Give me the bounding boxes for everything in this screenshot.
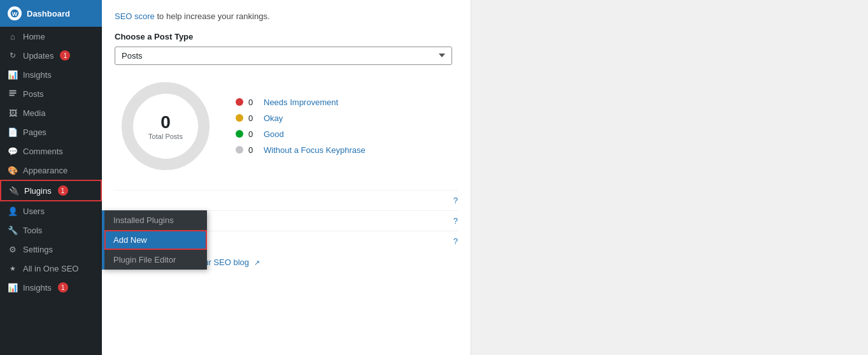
plugins-badge: 1	[58, 185, 68, 196]
post-type-label: Choose a Post Type	[115, 32, 458, 41]
chart-legend: 0 Needs Improvement 0 Okay 0 Good	[236, 98, 366, 155]
sidebar-item-updates[interactable]: ↻ Updates 1	[0, 46, 102, 65]
sidebar-item-label: Comments	[23, 147, 63, 156]
sidebar-item-label: Insights	[23, 70, 52, 80]
sidebar-item-users[interactable]: 👤 Users	[0, 201, 102, 221]
sidebar-item-label: Posts	[23, 89, 44, 99]
total-count: 0	[148, 112, 183, 133]
right-blank-area	[471, 0, 868, 355]
legend-no-keyphrase: 0 Without a Focus Keyphrase	[236, 145, 366, 155]
updates-badge: 1	[60, 50, 70, 61]
plugins-icon: 🔌	[9, 185, 19, 196]
row-2-icon[interactable]: ?	[453, 216, 458, 226]
submenu-installed-plugins[interactable]: Installed Plugins	[104, 210, 207, 230]
wordpress-icon: W	[8, 6, 22, 20]
sidebar-item-label: All in One SEO	[23, 264, 78, 273]
needs-improvement-dot	[236, 98, 243, 106]
settings-icon: ⚙	[8, 244, 18, 254]
chart-area: 0 Total Posts 0 Needs Improvement 0 Okay	[115, 75, 458, 177]
sidebar-item-insights-bottom[interactable]: 📊 Insights 1	[0, 278, 102, 297]
external-link-icon: ↗	[254, 259, 260, 266]
updates-icon: ↻	[8, 50, 18, 61]
tools-icon: 🔧	[8, 225, 18, 235]
okay-link[interactable]: Okay	[264, 113, 283, 123]
row-1: ?	[115, 190, 458, 210]
pages-icon: 📄	[8, 127, 18, 137]
insights-badge: 1	[58, 282, 68, 293]
sidebar-item-label: Users	[23, 206, 45, 216]
svg-text:W: W	[12, 11, 18, 17]
sidebar-item-seo[interactable]: ★ All in One SEO	[0, 259, 102, 278]
dashboard-title: Dashboard	[27, 9, 70, 18]
submenu-plugin-file-editor[interactable]: Plugin File Editor	[104, 250, 207, 270]
sidebar-item-tools[interactable]: 🔧 Tools	[0, 221, 102, 240]
plugins-submenu: Installed Plugins Add New Plugin File Ed…	[102, 210, 207, 270]
needs-improvement-count: 0	[248, 98, 259, 107]
submenu-add-new[interactable]: Add New	[104, 230, 207, 250]
sidebar-item-label: Plugins	[24, 186, 52, 196]
okay-dot	[236, 114, 243, 122]
okay-count: 0	[248, 113, 259, 123]
insights-bottom-icon: 📊	[8, 282, 18, 293]
sidebar-header[interactable]: W Dashboard	[0, 0, 102, 27]
legend-good: 0 Good	[236, 129, 366, 139]
sidebar-item-label: Home	[23, 32, 45, 41]
sidebar-item-label: Tools	[23, 226, 42, 235]
sidebar-item-insights-top[interactable]: 📊 Insights	[0, 65, 102, 84]
sidebar-item-label: Media	[23, 108, 45, 118]
svg-rect-3	[9, 92, 16, 94]
good-dot	[236, 130, 243, 138]
sidebar-item-label: Insights	[23, 283, 52, 293]
sidebar-item-home[interactable]: ⌂ Home	[0, 27, 102, 46]
sidebar-item-pages[interactable]: 📄 Pages	[0, 122, 102, 141]
no-keyphrase-dot	[236, 146, 243, 154]
good-count: 0	[248, 129, 259, 139]
seo-panel: SEO score to help increase your rankings…	[102, 0, 471, 355]
sidebar-item-comments[interactable]: 💬 Comments	[0, 141, 102, 161]
sidebar-item-label: Pages	[23, 127, 46, 137]
sidebar-item-plugins[interactable]: 🔌 Plugins 1	[0, 180, 102, 201]
seo-score-link[interactable]: SEO score	[115, 11, 155, 21]
sidebar-item-settings[interactable]: ⚙ Settings	[0, 240, 102, 259]
main-content: SEO score to help increase your rankings…	[102, 0, 868, 355]
donut-center: 0 Total Posts	[148, 112, 183, 140]
legend-needs-improvement: 0 Needs Improvement	[236, 98, 366, 107]
appearance-icon: 🎨	[8, 165, 18, 175]
sidebar-item-label: Updates	[23, 51, 53, 61]
sidebar: W Dashboard ⌂ Home ↻ Updates 1 📊 Insight…	[0, 0, 102, 355]
posts-icon	[8, 89, 18, 99]
home-icon: ⌂	[8, 31, 18, 41]
row-1-icon[interactable]: ?	[453, 196, 458, 205]
content-area: SEO score to help increase your rankings…	[102, 0, 868, 355]
sidebar-item-appearance[interactable]: 🎨 Appearance	[0, 161, 102, 180]
sidebar-item-label: Appearance	[23, 166, 68, 175]
sidebar-item-posts[interactable]: Posts	[0, 84, 102, 103]
insights-top-icon: 📊	[8, 69, 18, 80]
users-icon: 👤	[8, 206, 18, 216]
comments-icon: 💬	[8, 146, 18, 156]
seo-icon: ★	[8, 263, 18, 273]
no-keyphrase-count: 0	[248, 145, 259, 155]
row-3-icon[interactable]: ?	[453, 236, 458, 246]
intro-text: SEO score to help increase your rankings…	[115, 10, 458, 23]
media-icon: 🖼	[8, 108, 18, 118]
svg-rect-4	[9, 94, 14, 96]
legend-okay: 0 Okay	[236, 113, 366, 123]
needs-improvement-link[interactable]: Needs Improvement	[264, 98, 338, 107]
post-type-select[interactable]: Posts Pages	[115, 47, 452, 65]
donut-chart: 0 Total Posts	[115, 75, 217, 177]
good-link[interactable]: Good	[264, 129, 284, 139]
total-label: Total Posts	[148, 133, 183, 140]
sidebar-item-label: Settings	[23, 245, 53, 254]
sidebar-item-media[interactable]: 🖼 Media	[0, 103, 102, 122]
no-keyphrase-link[interactable]: Without a Focus Keyphrase	[264, 145, 366, 155]
svg-rect-2	[9, 90, 16, 91]
